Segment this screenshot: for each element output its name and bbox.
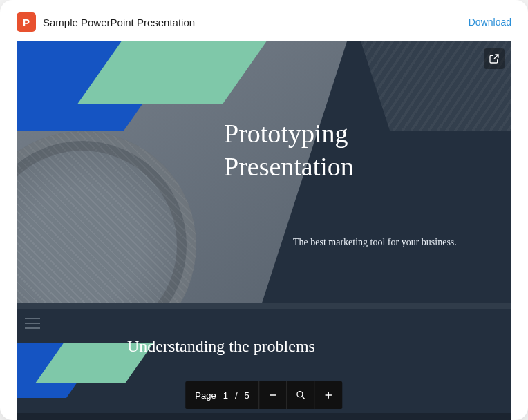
slide-subtitle: The best marketing tool for your busines… bbox=[293, 237, 457, 248]
open-external-button[interactable] bbox=[484, 48, 505, 69]
slide-2-title: Understanding the problems bbox=[127, 337, 315, 356]
slide-title-line-1: Prototyping bbox=[224, 119, 348, 148]
powerpoint-icon: P bbox=[17, 12, 36, 32]
slide-2: Understanding the problems Page 1 / 5 bbox=[17, 303, 511, 413]
open-external-icon bbox=[489, 53, 500, 64]
minus-icon bbox=[267, 390, 279, 401]
slide-1: Prototyping Presentation The best market… bbox=[17, 41, 511, 303]
page-label: Page bbox=[195, 390, 216, 401]
powerpoint-icon-letter: P bbox=[23, 17, 30, 28]
slide-title-line-2: Presentation bbox=[224, 152, 354, 181]
hamburger-icon[interactable] bbox=[25, 318, 40, 329]
document-title: Sample PowerPoint Presentation bbox=[43, 17, 462, 28]
slide-viewer: Prototyping Presentation The best market… bbox=[17, 41, 511, 420]
download-link[interactable]: Download bbox=[469, 17, 511, 28]
slide-title: Prototyping Presentation bbox=[224, 117, 354, 183]
svg-line-2 bbox=[302, 397, 305, 399]
zoom-reset-button[interactable] bbox=[287, 381, 315, 409]
zoom-out-button[interactable] bbox=[260, 381, 287, 409]
page-separator: / bbox=[235, 390, 238, 401]
header-bar: P Sample PowerPoint Presentation Downloa… bbox=[0, 0, 528, 41]
plus-icon bbox=[323, 390, 334, 401]
page-toolbar: Page 1 / 5 bbox=[185, 381, 342, 409]
magnifier-icon bbox=[295, 390, 306, 401]
current-page: 1 bbox=[223, 390, 228, 401]
preview-card: P Sample PowerPoint Presentation Downloa… bbox=[0, 0, 528, 420]
svg-point-1 bbox=[297, 392, 303, 397]
total-pages: 5 bbox=[245, 390, 249, 401]
page-indicator: Page 1 / 5 bbox=[185, 381, 259, 409]
zoom-in-button[interactable] bbox=[315, 381, 343, 409]
